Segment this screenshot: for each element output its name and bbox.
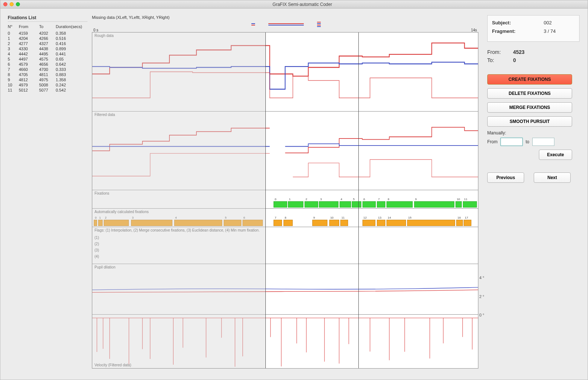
auto-fixation-block[interactable]: 7 [274,220,282,226]
subject-value: 002 [544,20,552,25]
fixation-block[interactable]: 1 [288,201,303,208]
from-value: 4523 [513,49,525,55]
table-row[interactable]: 2427743270.416 [8,41,87,46]
rough-trace [92,32,478,111]
auto-fixation-block[interactable]: 14 [386,220,406,226]
minimize-icon[interactable] [10,2,14,6]
legend-dots-left [250,23,255,25]
flag-1: (1) [94,234,99,241]
smooth-pursuit-button[interactable]: SMOOTH PURSUIT [487,116,572,127]
delete-fixations-button[interactable]: DELETE FIXATIONS [487,88,572,99]
merge-fixations-button[interactable]: MERGE FIXATIONS [487,102,572,113]
filtered-data-panel: Filtered data [92,112,478,191]
auto-fixation-block[interactable]: 15 [407,220,455,226]
manual-from-input[interactable] [501,138,523,146]
previous-button[interactable]: Previous [487,172,524,183]
close-icon[interactable] [3,2,7,6]
manual-to-input[interactable] [532,138,554,146]
fragment-label: Fragment: [492,28,522,34]
auto-fixation-block[interactable]: 0 [94,220,97,226]
subject-label: Subject: [492,20,522,25]
fixation-block[interactable]: 10 [455,201,462,208]
table-row[interactable]: 1420442660.516 [8,36,87,41]
auto-fixation-block[interactable]: 12 [362,220,376,226]
to-label: To: [487,57,513,63]
manual-to-label: to [526,139,529,144]
table-row[interactable]: 4444244950.441 [8,51,87,57]
time-axis: 0 s 14s [92,28,478,32]
auto-fixation-block[interactable]: 4 [174,220,223,226]
manually-label: Manually: [487,130,580,136]
table-row[interactable]: 7466047000.333 [8,67,87,72]
legend-lines [268,23,304,25]
pupil-tick-2: 2 ° [479,294,484,299]
table-row[interactable]: 9481249751.358 [8,77,87,82]
fixations-panel: Fixations 01234567891011 [92,190,478,209]
window-controls [3,2,20,6]
col-to: To [39,24,56,29]
fixation-block[interactable]: 6 [362,201,376,208]
cursor-line-1[interactable] [265,32,266,368]
app-window: GraFIX Semi-automatic Coder Fixations Li… [0,0,588,380]
fixations-table-body[interactable]: 0415942020.3581420442660.5162427743270.4… [8,31,87,93]
create-fixations-button[interactable]: CREATE FIXATIONS [487,74,572,85]
fragment-value: 3 / 74 [544,28,556,34]
to-value: 0 [513,57,516,63]
auto-fixation-block[interactable]: 3 [131,220,173,226]
auto-fixation-block[interactable]: 5 [224,220,241,226]
maximize-icon[interactable] [16,2,20,6]
titlebar: GraFIX Semi-automatic Coder [0,0,588,8]
fixation-block[interactable]: 4 [340,201,351,208]
table-row[interactable]: 6457946560.642 [8,62,87,67]
fixation-blocks-row[interactable]: 01234567891011 [92,201,478,208]
fixation-block[interactable]: 0 [274,201,287,208]
auto-fixation-block[interactable]: 13 [377,220,385,226]
fixation-block[interactable]: 8 [386,201,413,208]
flags-list: (1) (2) (3) (4) [94,234,99,260]
pupil-panel: Pupil dilation [92,264,478,314]
info-box: Subject: 002 Fragment: 3 / 74 [487,15,580,42]
fixation-block[interactable]: 11 [463,201,477,208]
auto-fixation-block[interactable]: 11 [340,220,348,226]
fixations-table-header: Nº From To Duration(secs) [8,24,87,29]
fixation-block[interactable]: 2 [305,201,319,208]
window-title: GraFIX Semi-automatic Coder [20,2,585,7]
table-row[interactable]: 0415942020.358 [8,31,87,36]
auto-fixation-block[interactable]: 2 [104,220,129,226]
table-row[interactable]: 11501250770.542 [8,88,87,93]
flag-4: (4) [94,253,99,260]
table-row[interactable]: 10497950080.242 [8,82,87,88]
auto-fixation-block[interactable]: 8 [283,220,293,226]
flag-2: (2) [94,241,99,247]
col-from: From [19,24,39,29]
auto-fixation-block[interactable]: 9 [312,220,328,226]
cursor-line-2[interactable] [358,32,359,368]
fixations-label: Fixations [94,191,109,195]
legend [92,22,478,27]
table-row[interactable]: 8470548110.883 [8,72,87,77]
controls-panel: Subject: 002 Fragment: 3 / 74 From: 4523… [484,8,588,380]
flags-panel: Flags: (1) Interpolation, (2) Merge cons… [92,227,478,264]
fixations-list-heading: Fixations List [8,15,87,22]
table-row[interactable]: 3433044380.899 [8,46,87,51]
auto-fixation-block[interactable]: 17 [464,220,471,226]
auto-fixation-block[interactable]: 10 [329,220,339,226]
next-button[interactable]: Next [534,172,571,183]
velocity-label: Velocity (Filtered data) [94,363,131,367]
auto-fixation-blocks-row[interactable]: 01234567891011121314151617 [92,220,478,226]
auto-fixation-block[interactable]: 16 [456,220,463,226]
chart-panel: Missing data (XLeft, YLeftt, XRight, YRi… [89,8,484,380]
auto-fixations-label: Automatically calculated fixations [94,210,149,214]
col-dur: Duration(secs) [56,24,83,29]
fixation-block[interactable]: 9 [414,201,455,208]
fixation-block[interactable]: 5 [352,201,361,208]
auto-fixation-block[interactable]: 6 [243,220,263,226]
axis-end: 14s [471,28,477,32]
fixation-block[interactable]: 3 [319,201,338,208]
chart-container[interactable]: Rough data Filtered data [92,32,478,369]
execute-button[interactable]: Execute [539,150,572,160]
table-row[interactable]: 5449745750.65 [8,57,87,62]
fixation-block[interactable]: 7 [377,201,385,208]
flags-title: Flags: (1) Interpolation, (2) Merge cons… [94,228,259,232]
auto-fixation-block[interactable]: 1 [98,220,103,226]
